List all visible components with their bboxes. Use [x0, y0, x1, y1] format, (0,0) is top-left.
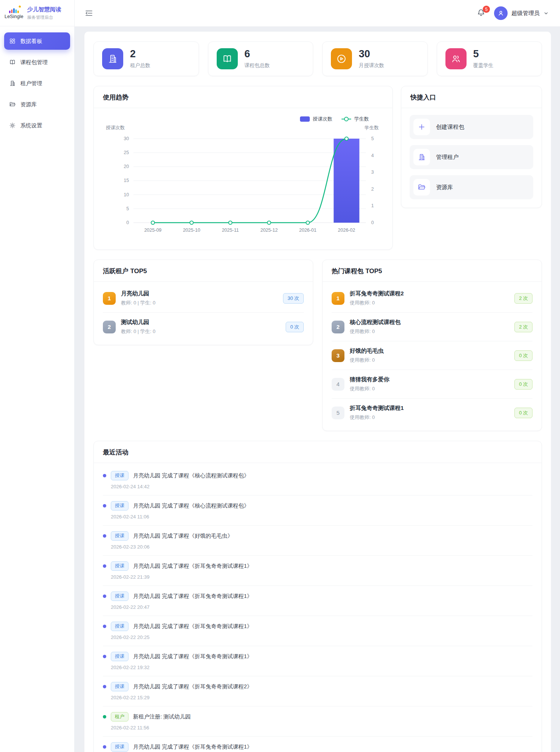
activity-row: 授课 月亮幼儿园 完成了课程《折耳兔奇奇测试课程1》 2026-02-22 20… [103, 616, 532, 646]
activity-text: 月亮幼儿园 完成了课程《折耳兔奇奇测试课程1》 [133, 743, 252, 750]
activity-dot [103, 625, 106, 628]
sidebar-item-label: 系统设置 [20, 122, 42, 129]
sidebar-item-dashboard[interactable]: 数据看板 [4, 32, 70, 50]
collapse-sidebar-button[interactable] [84, 8, 94, 18]
stat-label: 月授课次数 [359, 62, 384, 69]
package-row: 4 猜猜我有多爱你 使用教师: 0 0 次 [332, 370, 532, 398]
activity-text: 月亮幼儿园 完成了课程《折耳兔奇奇测试课程1》 [133, 623, 252, 630]
sidebar: LeSingle 少儿智慧阅读 服务管理后台 数据看板 课程包管理 租户管理 资… [0, 0, 75, 752]
package-row: 1 折耳兔奇奇测试课程2 使用教师: 0 2 次 [332, 284, 532, 312]
activity-dot [103, 595, 106, 598]
right-axis-name: 学生数 [365, 125, 379, 131]
activity-time: 2026-02-22 15:29 [111, 695, 532, 700]
sidebar-item-label: 租户管理 [20, 80, 42, 87]
activity-time: 2026-02-22 19:32 [111, 665, 532, 670]
rank-badge: 2 [332, 321, 344, 333]
quick-links-card: 快捷入口 创建课程包 管理租户 资源库 [401, 86, 542, 208]
stat-value: 5 [473, 49, 494, 59]
rank-badge: 5 [332, 407, 344, 419]
quick-link-manage-tenants[interactable]: 管理租户 [410, 145, 533, 169]
activity-text: 新租户注册: 测试幼儿园 [133, 713, 191, 720]
gear-icon [9, 122, 16, 129]
tenant-name: 测试幼儿园 [121, 319, 286, 326]
stat-card-tenants: 2 租户总数 [93, 41, 199, 76]
activity-text: 月亮幼儿园 完成了课程《核心流程测试课程包》 [133, 502, 249, 509]
tenant-row: 1 月亮幼儿园 教师: 0 | 学生: 0 30 次 [103, 284, 304, 312]
card-title: 活跃租户 TOP5 [94, 260, 313, 282]
stat-value: 6 [245, 49, 270, 59]
package-row: 2 核心流程测试课程包 使用教师: 0 2 次 [332, 312, 532, 341]
rank-badge: 1 [103, 292, 116, 305]
sidebar-item-course-packages[interactable]: 课程包管理 [4, 53, 70, 71]
hot-packages-list: 1 折耳兔奇奇测试课程2 使用教师: 0 2 次 2 核心流程测试课程包 [323, 282, 542, 431]
card-title: 快捷入口 [401, 86, 542, 108]
book-icon [217, 48, 238, 69]
building-icon [413, 149, 430, 165]
quick-link-resources[interactable]: 资源库 [410, 175, 533, 199]
svg-text:3: 3 [371, 170, 374, 175]
bar-legend-swatch [300, 116, 310, 122]
dashboard-grid-icon [9, 38, 16, 44]
logo-bars-icon [9, 7, 19, 13]
activity-time: 2026-02-22 21:39 [111, 574, 532, 580]
svg-text:1: 1 [371, 203, 374, 208]
package-meta: 使用教师: 0 [350, 385, 514, 392]
stat-label: 覆盖学生 [473, 62, 494, 69]
svg-text:25: 25 [124, 150, 129, 155]
package-meta: 使用教师: 0 [350, 300, 514, 306]
activity-dot [103, 685, 106, 688]
activity-row: 授课 月亮幼儿园 完成了课程《折耳兔奇奇测试课程1》 2026-02-21 20… [103, 736, 532, 752]
svg-text:5: 5 [126, 206, 129, 211]
activity-dot [103, 504, 106, 507]
rank-badge: 3 [332, 349, 344, 362]
avatar [494, 6, 508, 20]
quick-link-create-package[interactable]: 创建课程包 [410, 115, 533, 139]
stat-label: 租户总数 [130, 62, 150, 69]
activity-dot [103, 745, 106, 749]
building-icon [102, 48, 123, 69]
activity-time: 2026-02-22 20:25 [111, 634, 532, 640]
sidebar-item-label: 课程包管理 [20, 59, 48, 66]
card-title: 热门课程包 TOP5 [323, 260, 542, 282]
usage-count-badge: 0 次 [514, 350, 532, 361]
activity-text: 月亮幼儿园 完成了课程《折耳兔奇奇测试课程1》 [133, 562, 252, 570]
legend-item-students[interactable]: 学生数 [341, 116, 369, 122]
activity-row: 授课 月亮幼儿园 完成了课程《折耳兔奇奇测试课程1》 2026-02-22 20… [103, 585, 532, 616]
user-name: 超级管理员 [511, 10, 540, 17]
legend-item-lessons[interactable]: 授课次数 [300, 116, 332, 122]
building-icon [9, 80, 16, 87]
activity-tag: 授课 [111, 501, 129, 511]
activity-dot [103, 534, 106, 538]
usage-count-badge: 0 次 [514, 408, 532, 418]
sidebar-item-resources[interactable]: 资源库 [4, 96, 70, 113]
logo-text: LeSingle [5, 14, 23, 19]
svg-text:10: 10 [124, 192, 129, 197]
activity-time: 2026-02-24 14:42 [111, 484, 532, 489]
folder-open-icon [9, 101, 16, 108]
stat-card-course-packages: 6 课程包总数 [208, 41, 314, 76]
user-menu[interactable]: 超级管理员 [494, 6, 549, 20]
activity-tag: 授课 [111, 652, 129, 661]
activity-time: 2026-02-22 11:56 [111, 725, 532, 731]
play-circle-icon [331, 48, 352, 69]
activity-tag: 授课 [111, 561, 129, 571]
sidebar-item-settings[interactable]: 系统设置 [4, 117, 70, 134]
activity-text: 月亮幼儿园 完成了课程《折耳兔奇奇测试课程1》 [133, 653, 252, 660]
activity-time: 2026-02-22 20:47 [111, 604, 532, 610]
package-name: 折耳兔奇奇测试课程1 [350, 405, 514, 412]
sidebar-item-tenants[interactable]: 租户管理 [4, 75, 70, 92]
tenant-meta: 教师: 0 | 学生: 0 [121, 300, 283, 306]
activity-row: 授课 月亮幼儿园 完成了课程《核心流程测试课程包》 2026-02-24 14:… [103, 465, 532, 495]
activity-tag: 授课 [111, 622, 129, 631]
activity-row: 授课 月亮幼儿园 完成了课程《核心流程测试课程包》 2026-02-24 11:… [103, 495, 532, 525]
svg-text:2025-12: 2025-12 [260, 228, 278, 233]
notifications-button[interactable]: 5 [477, 8, 487, 18]
activities-list: 授课 月亮幼儿园 完成了课程《核心流程测试课程包》 2026-02-24 14:… [94, 463, 542, 752]
svg-text:2025-10: 2025-10 [183, 228, 200, 233]
chevron-down-icon [543, 11, 549, 16]
svg-text:15: 15 [124, 178, 129, 183]
notification-badge: 5 [483, 6, 490, 13]
sidebar-menu: 数据看板 课程包管理 租户管理 资源库 系统设置 [0, 26, 74, 144]
activity-row: 授课 月亮幼儿园 完成了课程《折耳兔奇奇测试课程1》 2026-02-22 21… [103, 555, 532, 585]
tenant-name: 月亮幼儿园 [121, 290, 283, 297]
